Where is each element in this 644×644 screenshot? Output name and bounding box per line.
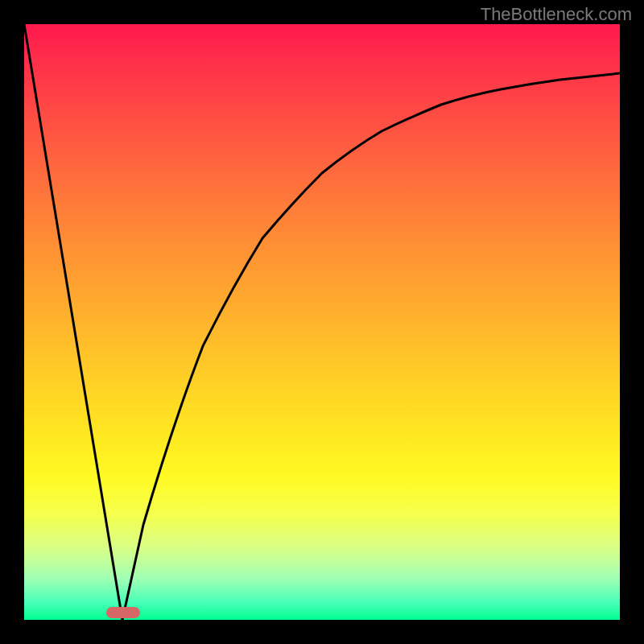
attribution-text: TheBottleneck.com — [481, 4, 632, 25]
min-marker — [106, 607, 140, 618]
plot-area — [24, 24, 620, 620]
right-curve-path — [122, 73, 620, 620]
chart-curves — [24, 24, 620, 620]
left-line-path — [24, 24, 122, 620]
